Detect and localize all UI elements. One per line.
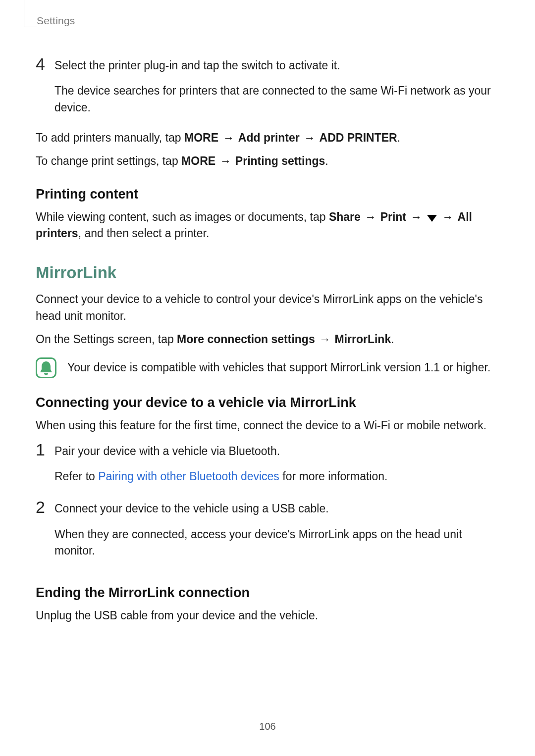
step-1-line-1: Pair your device with a vehicle via Blue… (54, 443, 499, 459)
step-number: 1 (36, 441, 54, 458)
ui-label: Add printer (238, 131, 300, 144)
page-header: Settings (36, 0, 499, 34)
ui-label: Print (380, 210, 406, 223)
arrow: → (215, 154, 235, 167)
step-number: 2 (36, 499, 54, 515)
ending-heading: Ending the MirrorLink connection (36, 585, 499, 601)
connecting-heading: Connecting your device to a vehicle via … (36, 395, 499, 410)
section-label: Settings (37, 15, 75, 27)
text: , and then select a printer. (78, 227, 210, 240)
ui-label: MORE (181, 154, 215, 167)
arrow: → (406, 210, 426, 223)
step-2: 2 Connect your device to the vehicle usi… (36, 499, 499, 568)
step-2-line-1: Connect your device to the vehicle using… (54, 501, 499, 517)
arrow: → (218, 131, 238, 144)
ui-label: Share (329, 210, 361, 223)
ui-label: Printing settings (235, 154, 325, 167)
text: To add printers manually, tap (36, 131, 184, 144)
note-callout: Your device is compatible with vehicles … (36, 356, 499, 378)
page-number: 106 (0, 721, 535, 732)
step-4-line-1: Select the printer plug-in and tap the s… (54, 57, 499, 74)
dropdown-triangle-icon (427, 215, 437, 222)
bell-note-icon (36, 357, 56, 378)
arrow: → (315, 333, 335, 346)
mirrorlink-intro: Connect your device to a vehicle to cont… (36, 291, 499, 324)
step-4: 4 Select the printer plug-in and tap the… (36, 55, 499, 125)
step-2-line-2: When they are connected, access your dev… (54, 526, 499, 559)
arrow: → (438, 210, 458, 223)
arrow: → (361, 210, 380, 223)
step-body: Select the printer plug-in and tap the s… (54, 55, 499, 125)
ui-label: ADD PRINTER (320, 131, 397, 144)
printing-content-heading: Printing content (36, 187, 499, 202)
note-text: Your device is compatible with vehicles … (67, 356, 490, 376)
ending-body: Unplug the USB cable from your device an… (36, 607, 499, 624)
text: for more information. (279, 470, 388, 483)
ui-label: MORE (184, 131, 218, 144)
page-content: 4 Select the printer plug-in and tap the… (36, 34, 499, 624)
connecting-intro: When using this feature for the first ti… (36, 417, 499, 434)
ui-label: MirrorLink (334, 333, 391, 346)
text: On the Settings screen, tap (36, 333, 177, 346)
add-printers-line: To add printers manually, tap MORE → Add… (36, 130, 499, 146)
step-body: Pair your device with a vehicle via Blue… (54, 441, 499, 494)
ui-label: More connection settings (177, 333, 315, 346)
change-settings-line: To change print settings, tap MORE → Pri… (36, 153, 499, 169)
text: . (325, 154, 328, 167)
text: To change print settings, tap (36, 154, 181, 167)
text: While viewing content, such as images or… (36, 210, 329, 223)
bluetooth-pairing-link[interactable]: Pairing with other Bluetooth devices (98, 470, 279, 483)
text: . (391, 333, 394, 346)
step-4-line-2: The device searches for printers that ar… (54, 83, 499, 116)
arrow: → (300, 131, 320, 144)
text: . (397, 131, 400, 144)
step-1-refer: Refer to Pairing with other Bluetooth de… (54, 468, 499, 485)
mirrorlink-heading: MirrorLink (36, 263, 499, 282)
text: Refer to (54, 470, 98, 483)
mirrorlink-path: On the Settings screen, tap More connect… (36, 331, 499, 348)
page: Settings 4 Select the printer plug-in an… (0, 0, 535, 756)
step-number: 4 (36, 55, 54, 72)
step-body: Connect your device to the vehicle using… (54, 499, 499, 568)
step-1: 1 Pair your device with a vehicle via Bl… (36, 441, 499, 494)
crop-mark (24, 0, 37, 27)
printing-content-para: While viewing content, such as images or… (36, 209, 499, 242)
